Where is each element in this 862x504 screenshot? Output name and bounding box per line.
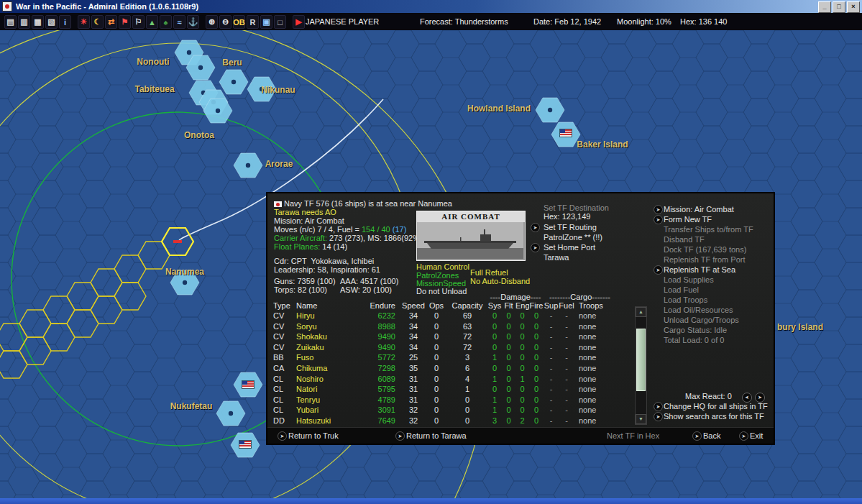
action-arrow-icon: ➤ xyxy=(654,402,663,411)
tf-action-transfer-ships-to-from-tf: Transfer Ships to/from TF xyxy=(267,225,774,234)
react-decrease-button[interactable]: ➤ xyxy=(742,393,752,403)
action-arrow-icon: ➤ xyxy=(654,265,663,275)
flag-canton xyxy=(239,441,244,444)
atoll-dot xyxy=(231,80,236,84)
friendly-flag-icon[interactable]: ⚐ xyxy=(132,15,145,29)
footer-button-label: Exit xyxy=(750,431,763,440)
combat-animation-icon[interactable]: ☀ xyxy=(78,15,90,29)
cell-eng: 0 xyxy=(515,363,529,374)
signal-intel-icon[interactable]: ▥ xyxy=(18,15,30,29)
cell-fire: 0 xyxy=(529,363,544,374)
naval-bases-icon[interactable]: ⚓ xyxy=(187,15,199,29)
action-arrow-icon: ➤ xyxy=(654,215,663,224)
zoom-out-icon[interactable]: ⊖ xyxy=(219,15,231,29)
task-force-panel: Navy TF 576 (16 ships) is at sea near Na… xyxy=(267,193,774,444)
cell-ops: 0 xyxy=(426,363,447,374)
cell-type: CA xyxy=(273,363,296,374)
cell-speed: 31 xyxy=(401,374,426,385)
flag-canton xyxy=(560,129,565,133)
forecast-status: Forecast: Thunderstorms xyxy=(420,13,508,30)
tf-action-label: Disband TF xyxy=(664,235,705,244)
window-title: War in the Pacific - Admiral Edition (1.… xyxy=(16,2,198,11)
order-of-battle-icon[interactable]: OB xyxy=(233,15,245,29)
cell-name: Chikuma xyxy=(296,363,368,374)
tf-action-label: Transfer Ships to/from TF xyxy=(664,225,753,234)
tf-action-label: Load Supplies xyxy=(664,275,714,284)
tf-action-change-hq-for-all-ships-in-tf[interactable]: ➤Change HQ for all ships in TF xyxy=(267,402,774,411)
tf-action-mission-air-combat[interactable]: ➤Mission: Air Combat xyxy=(267,205,774,214)
tf-action-label: Load Oil/Resources xyxy=(664,306,733,314)
us-flag-icon xyxy=(242,381,254,388)
tf-action-unload-cargo-troops: Unload Cargo/Troops xyxy=(267,316,774,325)
info-screen-icon[interactable]: i xyxy=(59,15,71,29)
cell-capacity: 6 xyxy=(447,363,487,374)
map-screen-icon[interactable]: ▣ xyxy=(260,15,272,29)
weather-icon[interactable]: ≈ xyxy=(173,15,185,29)
tf-action-label: Replenish TF from Port xyxy=(664,255,746,264)
tf-action-total-load-0-of-0: Total Load: 0 of 0 xyxy=(267,336,774,345)
turn-cycle-icon[interactable]: ⇄ xyxy=(105,15,117,29)
terrain-icon[interactable]: ♠ xyxy=(160,15,172,29)
title-bar: War in the Pacific - Admiral Edition (1.… xyxy=(0,0,862,13)
main-toolbar: ▤▥▦▧i☀☾⇄⚑⚐▲♠≈⚓⊕⊖OBR▣□▶ JAPANESE PLAYER F… xyxy=(0,13,862,30)
maximize-button[interactable]: □ xyxy=(833,1,845,13)
tf-action-label: Load Fuel xyxy=(664,285,699,294)
window-mode-icon[interactable]: □ xyxy=(274,15,286,29)
intel-screen-icon[interactable]: ▧ xyxy=(45,15,58,29)
zoom-in-icon[interactable]: ⊕ xyxy=(206,15,218,29)
cell-name: Fuso xyxy=(296,352,368,363)
date-status: Date: Feb 12, 1942 xyxy=(533,13,601,30)
cell-type: CL xyxy=(273,374,296,385)
cell-troops: none xyxy=(574,352,616,363)
cell-capacity: 3 xyxy=(447,352,487,363)
enemy-flag-icon[interactable]: ⚑ xyxy=(119,15,131,29)
atoll-dot xyxy=(216,109,220,113)
panel-footer: ➤Return to Truk➤Return to TarawaNext TF … xyxy=(267,427,774,444)
reinforcements-icon[interactable]: R xyxy=(247,15,259,29)
window-buttons: _□× xyxy=(818,1,860,13)
los-icon[interactable]: ▲ xyxy=(146,15,158,29)
task-force-marker[interactable] xyxy=(173,240,182,243)
close-button[interactable]: × xyxy=(847,1,860,13)
atoll-dot xyxy=(229,411,233,416)
tf-action-label: Show search arcs for this TF xyxy=(664,412,764,421)
tf-action-form-new-tf[interactable]: ➤Form New TF xyxy=(267,215,774,224)
cell-sup: - xyxy=(544,352,559,363)
cell-flt: 0 xyxy=(502,374,515,385)
tf-action-label: Dock TF (167,639 tons) xyxy=(664,245,746,254)
cell-ops: 0 xyxy=(426,374,447,385)
max-react: Max React: 0 xyxy=(267,392,774,401)
minimize-button[interactable]: _ xyxy=(818,1,831,13)
tf-action-label: Unload Cargo/Troops xyxy=(664,316,739,324)
tf-action-replenish-tf-at-sea[interactable]: ➤Replenish TF at Sea xyxy=(267,265,774,275)
cell-ops: 0 xyxy=(426,352,447,363)
tf-action-label: Load Troops xyxy=(664,295,707,304)
turn-resolve-icon[interactable]: ▶ xyxy=(293,15,305,29)
cell-sup: - xyxy=(544,374,559,385)
ship-row-fuso[interactable]: BBFuso577225031000--none xyxy=(273,352,633,363)
atoll-dot xyxy=(187,50,191,55)
tf-action-show-search-arcs-for-this-tf[interactable]: ➤Show search arcs for this TF xyxy=(267,412,774,421)
cell-sys: 0 xyxy=(487,363,502,374)
cell-sys: 1 xyxy=(487,374,502,385)
ship-row-chikuma[interactable]: CAChikuma729835060000--none xyxy=(273,363,633,374)
tf-action-disband-tf: Disband TF xyxy=(267,235,774,244)
day-night-icon[interactable]: ☾ xyxy=(91,15,104,29)
cell-flt: 0 xyxy=(502,352,515,363)
atoll-dot xyxy=(246,163,250,168)
cell-troops: none xyxy=(574,363,616,374)
cell-fire: 0 xyxy=(529,374,544,385)
cell-endure: 6089 xyxy=(368,374,401,385)
hex-status: Hex: 136 140 xyxy=(680,13,727,30)
cell-fuel: - xyxy=(559,374,574,385)
cell-eng: 1 xyxy=(515,374,529,385)
cell-fuel: - xyxy=(559,352,574,363)
app-icon xyxy=(2,1,12,12)
ship-row-noshiro[interactable]: CLNoshiro608931041010--none xyxy=(273,374,633,385)
react-increase-button[interactable]: ➤ xyxy=(755,393,765,403)
combat-report-icon[interactable]: ▦ xyxy=(32,15,44,29)
ops-report-icon[interactable]: ▤ xyxy=(4,15,17,29)
tf-action-label: Form New TF xyxy=(664,215,712,224)
footer-button-exit[interactable]: ➤Exit xyxy=(267,431,774,441)
tf-action-label: Cargo Status: Idle xyxy=(664,326,727,334)
